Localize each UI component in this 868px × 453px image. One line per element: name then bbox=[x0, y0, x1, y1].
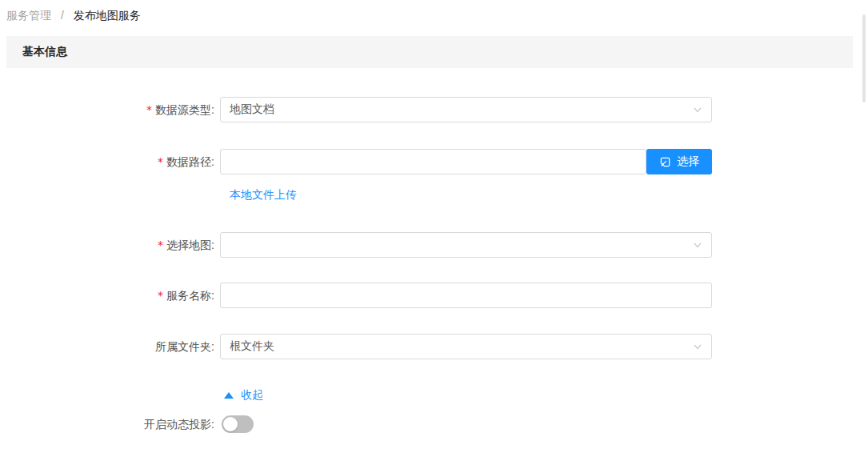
form-row-data-path: *数据路径: 选择 bbox=[0, 149, 720, 174]
breadcrumb-current: 发布地图服务 bbox=[74, 9, 141, 22]
collapse-label: 收起 bbox=[241, 388, 263, 403]
local-file-upload-link[interactable]: 本地文件上传 bbox=[230, 188, 297, 201]
data-path-input[interactable] bbox=[221, 150, 646, 174]
section-title: 基本信息 bbox=[22, 45, 67, 59]
upload-link-row: 本地文件上传 bbox=[230, 186, 297, 202]
dynamic-projection-label: 开启动态投影: bbox=[0, 411, 214, 437]
form-row-dynamic-projection: 开启动态投影: bbox=[0, 411, 320, 437]
chevron-down-icon bbox=[693, 342, 702, 351]
service-name-label: *服务名称: bbox=[0, 283, 214, 308]
required-asterisk: * bbox=[158, 239, 163, 251]
breadcrumb-parent-link[interactable]: 服务管理 bbox=[6, 9, 51, 22]
required-asterisk: * bbox=[146, 103, 152, 116]
data-path-input-wrap bbox=[220, 149, 646, 174]
form-row-select-map: *选择地图: bbox=[0, 232, 720, 258]
select-map-label: *选择地图: bbox=[0, 232, 214, 258]
toggle-knob bbox=[223, 417, 238, 431]
breadcrumb: 服务管理 / 发布地图服务 bbox=[6, 7, 141, 23]
parent-folder-select[interactable]: 根文件夹 bbox=[220, 334, 712, 359]
datasource-type-select[interactable]: 地图文档 bbox=[220, 97, 712, 122]
parent-folder-value: 根文件夹 bbox=[230, 339, 687, 354]
required-asterisk: * bbox=[158, 289, 163, 302]
form-row-service-name: *服务名称: bbox=[0, 283, 720, 308]
collapse-row: 收起 bbox=[224, 387, 263, 403]
select-map-select[interactable] bbox=[220, 232, 712, 258]
breadcrumb-separator: / bbox=[61, 9, 64, 22]
form-row-datasource-type: *数据源类型: 地图文档 bbox=[0, 97, 720, 122]
basic-info-section-header: 基本信息 bbox=[6, 36, 853, 68]
vertical-scrollbar[interactable] bbox=[862, 14, 866, 102]
chevron-down-icon bbox=[693, 240, 702, 250]
service-name-input-wrap bbox=[220, 283, 712, 308]
select-picker-icon bbox=[659, 156, 671, 168]
pick-data-path-button[interactable]: 选择 bbox=[646, 149, 712, 174]
caret-up-icon bbox=[224, 392, 234, 399]
datasource-type-label: *数据源类型: bbox=[0, 97, 214, 122]
data-path-label: *数据路径: bbox=[0, 149, 214, 174]
dynamic-projection-toggle[interactable] bbox=[222, 415, 254, 433]
datasource-type-value: 地图文档 bbox=[230, 102, 687, 117]
service-name-input[interactable] bbox=[221, 283, 711, 307]
collapse-link[interactable]: 收起 bbox=[224, 387, 263, 403]
pick-button-label: 选择 bbox=[677, 154, 699, 169]
required-asterisk: * bbox=[158, 155, 163, 168]
parent-folder-label: 所属文件夹: bbox=[0, 334, 214, 359]
chevron-down-icon bbox=[693, 105, 702, 114]
form-row-parent-folder: 所属文件夹: 根文件夹 bbox=[0, 334, 720, 359]
